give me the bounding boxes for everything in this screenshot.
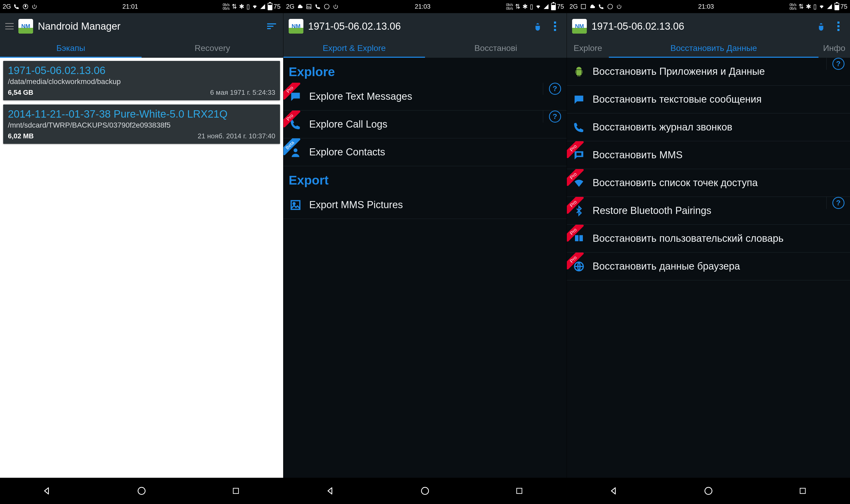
row-label: Восстановить данные браузера [592,260,845,273]
pro-badge: Pro [567,141,584,158]
power-icon [616,3,622,10]
home-button[interactable] [418,484,432,498]
signal-icon [827,4,832,10]
cloud-icon [297,3,303,10]
app-icon: NM [572,19,587,34]
svg-point-5 [324,4,329,9]
speed-icon: 0b/s0b/s [223,3,230,10]
tab-explore[interactable]: Explore [567,39,609,58]
tab-backups[interactable]: Бэкапы [0,39,142,58]
android-icon [571,64,586,79]
home-button[interactable] [134,484,149,498]
svg-rect-3 [233,488,238,493]
clock: 21:01 [38,3,223,10]
recent-button[interactable] [229,484,243,498]
tab-export-explore[interactable]: Export & Explore [283,39,425,58]
explore-text-messages[interactable]: Pro Explore Text Messages ? [283,83,567,110]
wifi-icon [535,4,541,10]
row-label: Восстановить список точек доступа [592,177,845,189]
message-icon [571,92,586,107]
svg-rect-10 [517,488,522,493]
svg-point-8 [293,202,295,204]
backup-list: 1971-05-06.02.13.06 /data/media/clockwor… [0,58,283,478]
back-button[interactable] [40,484,55,498]
battery-icon: 75 [268,3,281,10]
sort-button[interactable] [265,20,278,33]
help-button[interactable]: ? [543,83,567,95]
help-button[interactable]: ? [826,58,850,70]
svg-point-9 [421,487,428,494]
power-icon [31,3,38,10]
section-explore: Explore [283,58,567,83]
app-bar: NM 1971-05-06.02.13.06 [283,13,567,39]
restore-apn[interactable]: Pro Восстановить список точек доступа [567,169,850,197]
tab-recovery[interactable]: Recovery [142,39,283,58]
restore-apps-data[interactable]: Восстановить Приложения и Данные ? [567,58,850,86]
call-icon [598,3,605,10]
row-label: Восстановить пользовательский словарь [592,232,845,245]
svg-point-12 [608,4,613,9]
call-icon [314,3,321,10]
nav-bar [0,478,283,504]
bug-button[interactable] [815,20,828,33]
signal-icon [543,4,549,10]
row-label: Восстановить MMS [592,149,845,161]
image-icon [288,198,303,212]
clock: 21:03 [622,3,790,10]
nav-bar [567,478,850,504]
backup-item[interactable]: 2014-11-21--01-37-38 Pure-White-5.0 LRX2… [3,105,280,144]
help-button[interactable]: ? [826,197,850,209]
image-icon [305,3,312,10]
svg-point-2 [138,487,145,494]
restore-text-messages[interactable]: Восстановить текстовые сообщения [567,86,850,113]
tab-restore[interactable]: Восстанові [425,39,567,58]
sync-icon: ⇅ [798,3,804,10]
app-title: Nandroid Manager [38,21,261,32]
explore-contacts[interactable]: Beta Explore Contacts [283,138,567,166]
bug-button[interactable] [531,20,544,33]
restore-dictionary[interactable]: Pro Восстановить пользовательский словар… [567,225,850,253]
wifi-icon [819,4,825,10]
tab-restore-data[interactable]: Восстановить Данные [609,39,818,58]
row-label: Explore Contacts [309,146,562,159]
help-button[interactable]: ? [543,110,567,123]
status-bar: 2G 21:01 0b/s0b/s ⇅ ✱ ▯ 75 [0,0,283,13]
backup-name: 2014-11-21--01-37-38 Pure-White-5.0 LRX2… [8,108,275,120]
restore-browser[interactable]: Pro Восстановить данные браузера [567,253,850,280]
section-export: Export [283,166,567,191]
explore-body: Explore Pro Explore Text Messages ? Pro … [283,58,567,478]
recent-button[interactable] [795,484,810,498]
app-icon: NM [289,19,303,34]
overflow-button[interactable] [832,20,845,33]
beta-badge: Beta [283,138,300,155]
app-bar: NM Nandroid Manager [0,13,283,39]
restore-call-log[interactable]: Восстановить журнал звонков [567,113,850,141]
vibrate-icon: ▯ [813,3,817,10]
row-label: Restore Bluetooth Pairings [592,204,824,217]
menu-icon[interactable] [5,23,14,30]
restore-bluetooth[interactable]: Pro Restore Bluetooth Pairings ? [567,197,850,225]
back-button[interactable] [607,484,621,498]
overflow-button[interactable] [549,20,561,33]
backup-path: /mnt/sdcard/TWRP/BACKUPS/03790f2e093838f… [8,121,275,129]
cloud-icon [589,3,596,10]
restore-body: Восстановить Приложения и Данные ? Восст… [567,58,850,478]
back-button[interactable] [323,484,338,498]
explore-call-logs[interactable]: Pro Explore Call Logs ? [283,110,567,138]
recent-button[interactable] [512,484,527,498]
home-button[interactable] [701,484,716,498]
vibrate-icon: ▯ [246,3,250,10]
backup-item[interactable]: 1971-05-06.02.13.06 /data/media/clockwor… [3,61,280,100]
svg-rect-1 [25,5,26,7]
call-icon [13,3,20,10]
backup-date: 6 мая 1971 г. 5:24:33 [210,88,275,96]
speed-icon: 0b/s0b/s [506,3,513,10]
app-icon: NM [18,19,33,34]
pro-badge: Pro [283,83,300,100]
status-bar: 2G 21:03 0b/s0b/s ⇅ ✱ ▯ 75 [283,0,567,13]
tab-info[interactable]: Инфо [818,39,850,58]
tabs: Бэкапы Recovery [0,39,283,58]
restore-mms[interactable]: Pro Восстановить MMS [567,141,850,169]
export-mms-pictures[interactable]: Export MMS Pictures [283,191,567,219]
sync-icon: ⇅ [232,3,237,10]
